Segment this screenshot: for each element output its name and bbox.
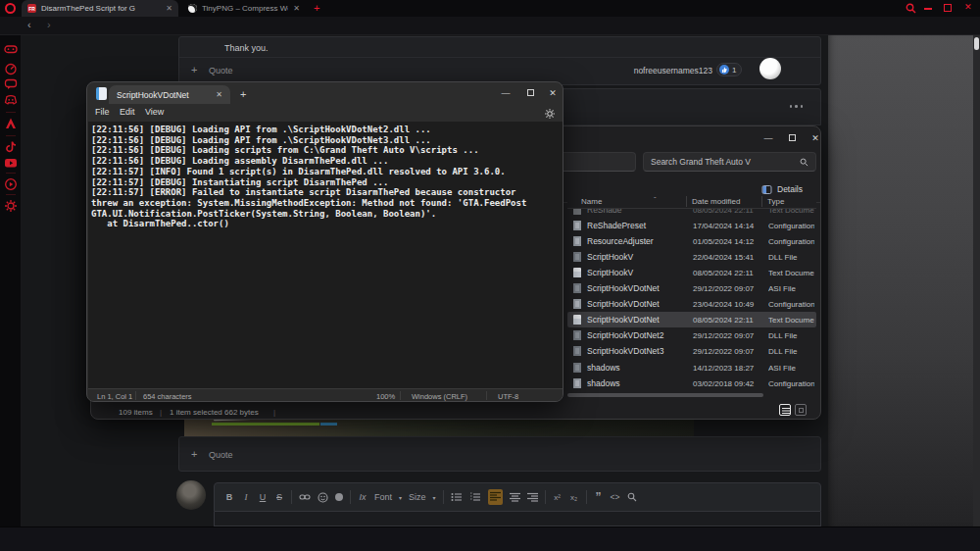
- page-scrollbar[interactable]: [973, 35, 980, 526]
- explorer-status-bar: 109 items | 1 item selected 662 bytes |: [91, 401, 820, 420]
- column-name[interactable]: Name: [581, 197, 602, 206]
- settings-gear-icon[interactable]: [4, 199, 18, 213]
- size-select[interactable]: Size: [409, 492, 426, 502]
- emoji-icon[interactable]: [318, 492, 328, 503]
- discord-icon[interactable]: [4, 93, 18, 107]
- italic-button[interactable]: I: [241, 492, 251, 502]
- file-row[interactable]: shadows03/02/2018 09:42Configuration set…: [567, 376, 816, 391]
- icons-view-toggle[interactable]: [795, 404, 807, 416]
- file-icon: [573, 378, 581, 388]
- strikethrough-button[interactable]: S: [274, 492, 284, 502]
- window-maximize-button[interactable]: [789, 134, 796, 141]
- window-minimize-button[interactable]: —: [761, 132, 775, 144]
- clear-format-button[interactable]: Ix: [358, 492, 368, 502]
- window-close-button[interactable]: ✕: [546, 87, 560, 99]
- horizontal-scrollbar[interactable]: [567, 393, 763, 397]
- column-type[interactable]: Type: [767, 197, 784, 206]
- log-line: [22:11:56] [DEBUG] Loading API from .\Sc…: [91, 135, 526, 146]
- underline-button[interactable]: U: [258, 492, 268, 502]
- browser-tab-inactive[interactable]: TinyPNG – Compress WebP ✕: [182, 0, 306, 17]
- file-row[interactable]: ScriptHookV22/04/2024 15:41DLL File: [567, 249, 816, 265]
- tab-close-icon[interactable]: ✕: [216, 90, 222, 99]
- tab-close-icon[interactable]: ✕: [166, 4, 172, 13]
- zoom-level[interactable]: 100%: [376, 392, 395, 401]
- align-left-button[interactable]: [488, 489, 503, 505]
- reply-avatar[interactable]: [176, 480, 206, 510]
- gx-mods-icon[interactable]: [4, 117, 18, 130]
- align-right-button[interactable]: [527, 492, 538, 502]
- file-row[interactable]: ResourceAdjuster01/05/2024 14:12Configur…: [567, 233, 816, 249]
- bold-button[interactable]: B: [224, 492, 234, 502]
- messenger-icon[interactable]: [4, 77, 18, 91]
- browser-search-icon[interactable]: [906, 3, 916, 14]
- column-divider[interactable]: [761, 196, 762, 207]
- gx-corner-icon[interactable]: [4, 42, 18, 56]
- file-row[interactable]: ReShadePreset17/04/2024 14:14Configurati…: [567, 218, 816, 233]
- file-row[interactable]: shadows14/12/2023 18:27ASI File: [567, 360, 816, 376]
- details-icon: [761, 184, 772, 195]
- tiktok-icon[interactable]: [4, 140, 18, 154]
- file-row[interactable]: ScriptHookV08/05/2024 22:11Text Document: [567, 265, 816, 280]
- details-view-toggle[interactable]: [779, 404, 791, 416]
- bullet-list-icon[interactable]: [451, 492, 463, 502]
- file-icon: [573, 315, 581, 325]
- window-minimize-button[interactable]: [924, 8, 932, 10]
- menu-edit[interactable]: Edit: [120, 107, 135, 117]
- blockquote-button[interactable]: ”: [594, 490, 604, 504]
- quote-button[interactable]: Quote: [209, 66, 233, 75]
- notepad-text-area[interactable]: [22:11:56] [DEBUG] Loading API from .\Sc…: [88, 122, 563, 388]
- forum-post-footer: + Quote: [178, 436, 821, 472]
- quote-plus-icon[interactable]: +: [191, 64, 197, 75]
- lcpdfr-favicon-icon: FR: [27, 4, 36, 13]
- username-link[interactable]: nofreeusernames123: [601, 66, 712, 75]
- post-options-icon[interactable]: [790, 105, 804, 108]
- editor-search-icon[interactable]: [627, 492, 637, 502]
- window-close-button[interactable]: ✕: [964, 2, 972, 12]
- window-minimize-button[interactable]: —: [499, 87, 513, 99]
- numbered-list-icon[interactable]: [469, 492, 481, 502]
- encoding[interactable]: UTF-8: [498, 392, 518, 401]
- youtube-icon[interactable]: [4, 156, 18, 170]
- subscript-button[interactable]: x₂: [569, 493, 579, 502]
- superscript-button[interactable]: x²: [553, 493, 563, 502]
- divider: |: [273, 408, 275, 417]
- file-row[interactable]: ScriptHookVDotNet329/12/2022 09:07DLL Fi…: [567, 343, 816, 359]
- column-date-modified[interactable]: Date modified: [692, 197, 740, 206]
- settings-gear-icon[interactable]: [544, 108, 556, 120]
- column-divider[interactable]: [686, 196, 687, 207]
- media-player-icon[interactable]: [4, 177, 18, 191]
- like-badge[interactable]: 1: [716, 63, 742, 76]
- opera-menu-icon[interactable]: [5, 3, 16, 14]
- forward-icon[interactable]: ›: [47, 16, 51, 34]
- file-row-selected[interactable]: ScriptHookVDotNet08/05/2024 22:11Text Do…: [567, 312, 816, 327]
- menu-file[interactable]: File: [95, 107, 110, 117]
- user-avatar[interactable]: [760, 58, 781, 79]
- browser-tab-active[interactable]: FR DisarmThePed Script for G ✕: [22, 0, 178, 17]
- editor-text-area[interactable]: [214, 512, 821, 526]
- explorer-search-input[interactable]: Search Grand Theft Auto V: [643, 152, 816, 172]
- align-center-button[interactable]: [510, 492, 520, 502]
- menu-view[interactable]: View: [145, 107, 164, 117]
- new-tab-button[interactable]: +: [240, 88, 246, 100]
- notepad-tab[interactable]: ScriptHookVDotNet ✕: [109, 85, 230, 104]
- file-row[interactable]: ScriptHookVDotNet29/12/2022 09:07ASI Fil…: [567, 280, 816, 296]
- back-icon[interactable]: ‹: [27, 16, 31, 34]
- window-maximize-button[interactable]: [527, 89, 534, 96]
- log-line: [22:11:56] [DEBUG] Loading assembly Disa…: [91, 156, 526, 167]
- code-button[interactable]: <>: [611, 492, 620, 502]
- link-icon[interactable]: [299, 492, 311, 502]
- quote-plus-icon[interactable]: +: [191, 448, 197, 460]
- quote-button[interactable]: Quote: [209, 450, 233, 460]
- file-row[interactable]: ScriptHookVDotNet229/12/2022 09:07DLL Fi…: [567, 327, 816, 343]
- page-scrollbar-thumb[interactable]: [974, 37, 979, 50]
- chevron-down-icon: ▾: [433, 494, 436, 501]
- text-color-icon[interactable]: [335, 493, 343, 501]
- file-row[interactable]: ScriptHookVDotNet23/04/2024 10:49Configu…: [567, 296, 816, 312]
- new-tab-button[interactable]: +: [314, 2, 319, 14]
- font-select[interactable]: Font: [374, 492, 392, 502]
- hot-tabs-killer-icon[interactable]: [4, 62, 18, 75]
- line-ending[interactable]: Windows (CRLF): [412, 392, 467, 401]
- window-close-button[interactable]: ✕: [808, 132, 821, 144]
- window-restore-button[interactable]: [944, 4, 952, 12]
- tab-close-icon[interactable]: ✕: [293, 4, 300, 13]
